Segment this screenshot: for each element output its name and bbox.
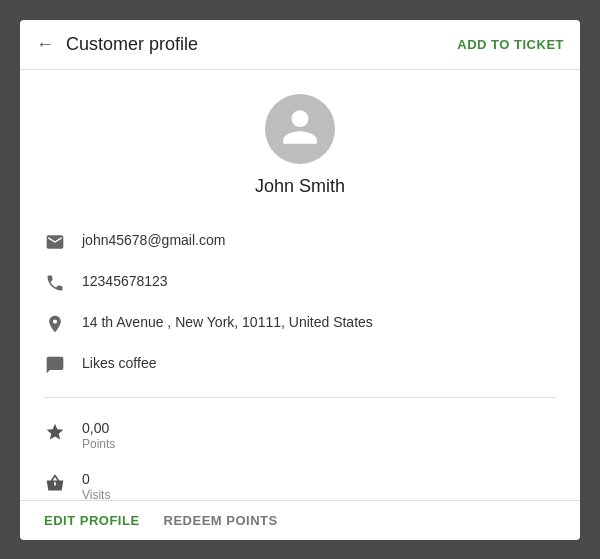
add-to-ticket-button[interactable]: ADD TO TICKET [457, 37, 564, 52]
star-icon [44, 422, 66, 442]
address-value: 14 th Avenue , New York, 10111, United S… [82, 313, 373, 333]
points-value: 0,00 [82, 420, 115, 436]
footer: EDIT PROFILE REDEEM POINTS [20, 500, 580, 540]
person-icon [279, 106, 321, 152]
visits-content: 0 Visits [82, 471, 110, 500]
stats-section: 0,00 Points 0 Visits — Last [44, 402, 556, 500]
visits-row: 0 Visits [44, 461, 556, 500]
points-row: 0,00 Points [44, 410, 556, 461]
location-icon [44, 314, 66, 334]
address-row: 14 th Avenue , New York, 10111, United S… [44, 303, 556, 344]
note-icon [44, 355, 66, 375]
edit-profile-button[interactable]: EDIT PROFILE [44, 513, 140, 528]
note-value: Likes coffee [82, 354, 156, 374]
email-icon [44, 232, 66, 252]
basket-icon [44, 473, 66, 493]
visits-label: Visits [82, 488, 110, 500]
avatar [265, 94, 335, 164]
points-content: 0,00 Points [82, 420, 115, 451]
customer-profile-modal: ← Customer profile ADD TO TICKET John Sm… [20, 20, 580, 540]
info-section: john45678@gmail.com 12345678123 14 th Av… [44, 213, 556, 393]
back-button[interactable]: ← [36, 34, 54, 55]
points-label: Points [82, 437, 115, 451]
avatar-section: John Smith [44, 70, 556, 213]
note-row: Likes coffee [44, 344, 556, 385]
page-title: Customer profile [66, 34, 198, 55]
phone-row: 12345678123 [44, 262, 556, 303]
divider [44, 397, 556, 398]
header-left: ← Customer profile [36, 34, 198, 55]
visits-value: 0 [82, 471, 110, 487]
header: ← Customer profile ADD TO TICKET [20, 20, 580, 70]
content-area: John Smith john45678@gmail.com 123456781… [20, 70, 580, 500]
phone-value: 12345678123 [82, 272, 168, 292]
email-value: john45678@gmail.com [82, 231, 225, 251]
phone-icon [44, 273, 66, 293]
email-row: john45678@gmail.com [44, 221, 556, 262]
customer-name: John Smith [255, 176, 345, 197]
redeem-points-button[interactable]: REDEEM POINTS [164, 513, 278, 528]
